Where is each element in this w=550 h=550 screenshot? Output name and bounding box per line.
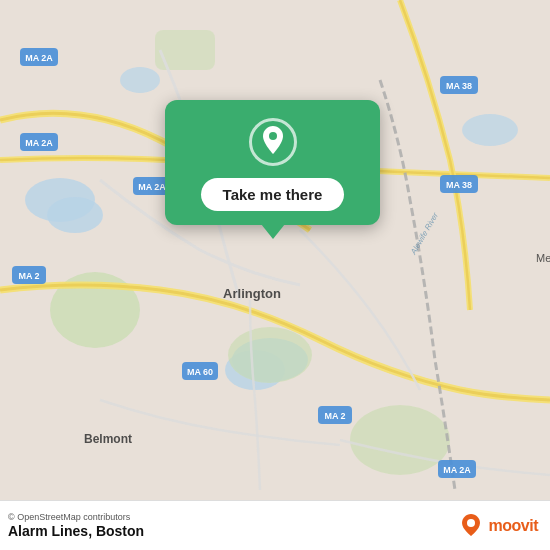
svg-point-6 xyxy=(462,114,518,146)
map-view: MA 2A MA 2A MA 2A MA 38 MA 38 MA 2 MA 60… xyxy=(0,0,550,500)
moovit-logo: moovit xyxy=(457,512,538,540)
bottom-left-info: © OpenStreetMap contributors Alarm Lines… xyxy=(8,512,144,539)
svg-point-34 xyxy=(467,519,475,527)
svg-text:Me: Me xyxy=(536,252,550,264)
svg-point-33 xyxy=(269,132,277,140)
moovit-pin-icon xyxy=(457,512,485,540)
svg-text:MA 2A: MA 2A xyxy=(25,53,53,63)
location-label: Alarm Lines, Boston xyxy=(8,523,144,539)
svg-text:MA 2: MA 2 xyxy=(324,411,345,421)
svg-text:MA 60: MA 60 xyxy=(187,367,213,377)
svg-text:MA 2A: MA 2A xyxy=(138,182,166,192)
svg-point-5 xyxy=(120,67,160,93)
svg-text:MA 38: MA 38 xyxy=(446,81,472,91)
svg-text:Belmont: Belmont xyxy=(84,432,132,446)
location-popup: Take me there xyxy=(165,100,380,225)
take-me-there-button[interactable]: Take me there xyxy=(201,178,345,211)
pin-icon-container xyxy=(249,118,297,166)
svg-text:Arlington: Arlington xyxy=(223,286,281,301)
moovit-text: moovit xyxy=(489,517,538,535)
svg-text:MA 2A: MA 2A xyxy=(25,138,53,148)
location-pin-icon xyxy=(259,126,287,158)
osm-credit: © OpenStreetMap contributors xyxy=(8,512,144,522)
svg-text:MA 38: MA 38 xyxy=(446,180,472,190)
svg-point-2 xyxy=(47,197,103,233)
bottom-bar: © OpenStreetMap contributors Alarm Lines… xyxy=(0,500,550,550)
svg-text:MA 2A: MA 2A xyxy=(443,465,471,475)
svg-point-8 xyxy=(228,327,312,383)
svg-point-10 xyxy=(350,405,450,475)
svg-rect-9 xyxy=(155,30,215,70)
svg-text:MA 2: MA 2 xyxy=(18,271,39,281)
